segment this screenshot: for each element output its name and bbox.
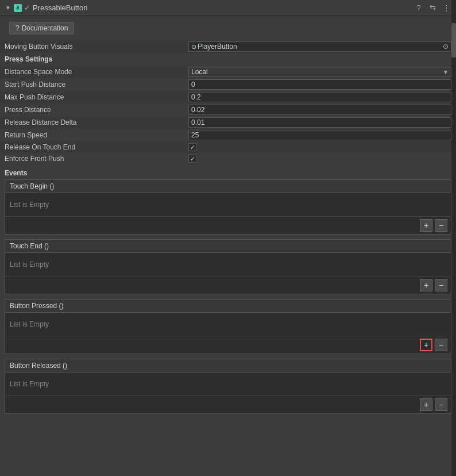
settings-icon[interactable]: ⇆	[427, 3, 438, 13]
button-pressed-body: List is Empty	[5, 313, 451, 336]
button-released-body: List is Empty	[5, 373, 451, 396]
max-push-distance-field[interactable]: 0.2	[188, 92, 451, 102]
button-pressed-remove-button[interactable]: −	[435, 339, 447, 351]
press-distance-value: 0.02	[191, 106, 204, 114]
button-pressed-header: Button Pressed ()	[5, 300, 451, 313]
doc-btn-container: ? Documentation	[0, 16, 456, 40]
title-bar-right: ? ⇆ ⋮	[414, 3, 451, 13]
component-title: PressableButton	[33, 3, 87, 12]
script-icon: #	[14, 4, 22, 12]
enforce-front-push-checkbox[interactable]: ✓	[188, 155, 196, 163]
touch-end-add-button[interactable]: +	[420, 279, 432, 291]
enforce-front-push-label: Enforce Front Push	[5, 155, 188, 163]
enforce-front-push-row: Enforce Front Push ✓	[0, 153, 456, 164]
events-section: Events Touch Begin () List is Empty + − …	[0, 164, 456, 423]
touch-end-footer: + −	[5, 276, 451, 294]
title-bar-left: ▼ # ✓ PressableButton	[5, 3, 411, 12]
return-speed-field[interactable]: 25	[188, 130, 451, 140]
touch-begin-empty-text: List is Empty	[10, 201, 49, 209]
help-icon[interactable]: ?	[414, 3, 424, 13]
checkmark-icon-2: ✓	[190, 155, 195, 163]
release-distance-delta-field[interactable]: 0.01	[188, 117, 451, 128]
button-pressed-group: Button Pressed () List is Empty + −	[5, 299, 451, 354]
return-speed-value: 25	[191, 131, 199, 139]
button-released-footer: + −	[5, 396, 451, 413]
obj-icon: ⊙	[191, 43, 196, 51]
button-pressed-empty-text: List is Empty	[10, 320, 49, 328]
return-speed-label: Return Speed	[5, 131, 188, 139]
button-released-add-button[interactable]: +	[420, 398, 432, 411]
button-released-group: Button Released () List is Empty + −	[5, 359, 451, 414]
max-push-distance-row: Max Push Distance 0.2	[0, 91, 456, 103]
moving-button-visuals-value: PlayerButton	[196, 43, 443, 51]
doc-label: Documentation	[22, 24, 68, 32]
title-bar: ▼ # ✓ PressableButton ? ⇆ ⋮	[0, 0, 456, 16]
scrollbar[interactable]	[451, 0, 456, 476]
distance-space-mode-row: Distance Space Mode Local ▼	[0, 66, 456, 78]
component-content: ? Documentation Moving Button Visuals ⊙ …	[0, 16, 456, 423]
touch-begin-add-button[interactable]: +	[420, 219, 432, 232]
press-distance-label: Press Distance	[5, 106, 188, 114]
return-speed-row: Return Speed 25	[0, 129, 456, 141]
distance-space-mode-value: Local	[191, 68, 208, 76]
touch-end-empty-text: List is Empty	[10, 260, 49, 268]
touch-begin-body: List is Empty	[5, 193, 451, 216]
touch-end-body: List is Empty	[5, 253, 451, 276]
release-distance-delta-label: Release Distance Delta	[5, 118, 188, 126]
button-released-header: Button Released ()	[5, 359, 451, 373]
start-push-distance-value: 0	[191, 80, 195, 89]
menu-icon[interactable]: ⋮	[441, 3, 451, 13]
touch-begin-footer: + −	[5, 216, 451, 234]
distance-space-mode-label: Distance Space Mode	[5, 68, 188, 76]
distance-space-mode-dropdown[interactable]: Local ▼	[188, 67, 451, 77]
collapse-arrow-icon[interactable]: ▼	[5, 5, 11, 11]
max-push-distance-label: Max Push Distance	[5, 93, 188, 101]
checkbox-icon[interactable]: ✓	[24, 3, 30, 12]
moving-button-visuals-label: Moving Button Visuals	[5, 43, 188, 51]
start-push-distance-row: Start Push Distance 0	[0, 78, 456, 91]
dropdown-arrow-icon: ▼	[443, 69, 449, 75]
release-on-touch-end-row: Release On Touch End ✓	[0, 141, 456, 153]
button-pressed-footer: + −	[5, 336, 451, 354]
release-distance-delta-value: 0.01	[191, 118, 204, 126]
start-push-distance-label: Start Push Distance	[5, 80, 188, 89]
touch-begin-header: Touch Begin ()	[5, 180, 451, 193]
touch-end-group: Touch End () List is Empty + −	[5, 239, 451, 294]
doc-icon: ?	[16, 24, 20, 32]
release-distance-delta-row: Release Distance Delta 0.01	[0, 116, 456, 129]
touch-begin-group: Touch Begin () List is Empty + −	[5, 179, 451, 235]
events-section-label: Events	[5, 169, 451, 177]
press-distance-row: Press Distance 0.02	[0, 103, 456, 116]
checkmark-icon: ✓	[190, 144, 195, 151]
button-pressed-add-button[interactable]: +	[420, 339, 432, 351]
press-settings-header: Press Settings	[0, 53, 456, 66]
button-released-remove-button[interactable]: −	[435, 398, 447, 411]
button-released-empty-text: List is Empty	[10, 380, 49, 388]
release-on-touch-end-label: Release On Touch End	[5, 143, 188, 151]
touch-end-header: Touch End ()	[5, 240, 451, 253]
pick-icon[interactable]: ⊙	[443, 43, 449, 51]
scrollbar-thumb[interactable]	[451, 23, 456, 57]
start-push-distance-field[interactable]: 0	[188, 79, 451, 90]
moving-button-visuals-field[interactable]: ⊙ PlayerButton ⊙	[188, 41, 451, 52]
press-distance-field[interactable]: 0.02	[188, 105, 451, 115]
touch-end-remove-button[interactable]: −	[435, 279, 447, 291]
touch-begin-remove-button[interactable]: −	[435, 219, 447, 232]
release-on-touch-end-checkbox[interactable]: ✓	[188, 143, 196, 151]
moving-button-visuals-row: Moving Button Visuals ⊙ PlayerButton ⊙	[0, 40, 456, 53]
documentation-button[interactable]: ? Documentation	[9, 22, 74, 34]
max-push-distance-value: 0.2	[191, 93, 201, 101]
